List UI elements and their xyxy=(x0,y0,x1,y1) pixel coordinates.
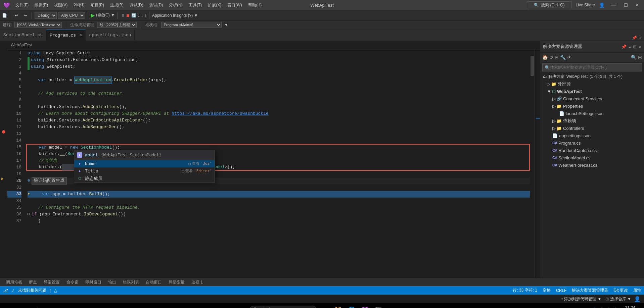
menu-file[interactable]: 文件(F) xyxy=(13,2,31,9)
continue-btn[interactable]: ▶ xyxy=(91,12,95,18)
tab-program[interactable]: Program.cs × xyxy=(46,30,86,41)
status-properties[interactable]: 属性 xyxy=(633,288,641,293)
se-sync-icon[interactable]: ↺ xyxy=(549,55,553,60)
close-btn[interactable]: × xyxy=(634,2,641,8)
tree-solution[interactable]: 🗂 解决方案 'WebApiTest' (1 个项目, 共 1 个) xyxy=(540,73,644,80)
pause-icon[interactable]: ⏸ xyxy=(121,13,125,18)
tree-connected-services[interactable]: ▷ 🔗 Connected Services xyxy=(540,95,644,102)
tree-program-cs[interactable]: C# Program.cs xyxy=(540,139,644,147)
tab-program-close[interactable]: × xyxy=(79,33,82,38)
tree-dependencies[interactable]: ▷ 📁 依赖项 xyxy=(540,117,644,124)
taskbar-explorer-icon[interactable]: 📁 xyxy=(333,305,343,308)
se-close-icon[interactable]: × xyxy=(639,44,641,49)
tree-sectionmodel[interactable]: C# SectionModel.cs xyxy=(540,154,644,161)
bottom-tab-immediate[interactable]: 即时窗口 xyxy=(82,279,105,286)
bottom-tab-autowindow[interactable]: 自动窗口 xyxy=(142,279,165,286)
se-home-icon[interactable]: 🏠 xyxy=(542,55,548,60)
se-props-icon[interactable]: 🔧 xyxy=(560,55,566,60)
clock-widget[interactable]: 11:04 2023/2/4 xyxy=(619,305,635,308)
editor-split-icon[interactable]: ⊞ xyxy=(639,36,641,41)
search-box-title[interactable]: 🔍 搜索 (Ctrl+Q) xyxy=(527,1,571,9)
thread-dropdown[interactable]: 线: [22952] 主线程 xyxy=(97,22,137,28)
se-search-box[interactable]: 🔍 xyxy=(542,63,642,71)
taskbar-view-btn[interactable]: ⊡ xyxy=(319,305,330,308)
tree-controllers[interactable]: ▷ 📁 Controllers xyxy=(540,124,644,132)
bottom-tab-breakpoints[interactable]: 断点 xyxy=(26,279,40,286)
se-collapse-icon[interactable]: ⊟ xyxy=(555,55,559,60)
se-sort-icon[interactable]: ⊞ xyxy=(638,55,642,60)
tree-launchsettings[interactable]: 📄 launchSettings.json xyxy=(540,110,644,117)
tree-randomcaptcha[interactable]: C# RandomCaptcha.cs xyxy=(540,147,644,154)
se-filter-icon[interactable]: ≡ xyxy=(629,44,631,49)
live-share-label[interactable]: Live Share xyxy=(576,3,595,7)
se-preview-icon[interactable]: 👁 xyxy=(567,55,572,60)
menu-extensions[interactable]: 扩展(X) xyxy=(205,2,224,9)
ac-item-name[interactable]: ◆ Name □ 查看 'Jos' xyxy=(74,160,215,167)
editor-scrollbar[interactable] xyxy=(530,49,535,278)
restart-icon[interactable]: 🔄 xyxy=(131,13,136,18)
editor-pin-icon[interactable]: 📌 xyxy=(632,36,637,41)
cpu-dropdown[interactable]: Any CPU xyxy=(58,12,85,19)
bottom-tab-locals[interactable]: 局部变量 xyxy=(165,279,188,286)
debug-mode-dropdown[interactable]: Debug xyxy=(35,12,57,19)
step-into-icon[interactable]: ↓ xyxy=(141,13,143,18)
taskbar-vs-icon[interactable]: 💜 xyxy=(360,305,370,308)
process-dropdown[interactable]: [9936] WebApiTest.exe xyxy=(14,22,62,28)
se-search-icon[interactable]: 🔍 xyxy=(631,55,637,60)
ac-item-static[interactable]: ⬡ 静态成员 xyxy=(74,175,215,182)
app-insights-label[interactable]: Application Insights (?) ▼ xyxy=(152,13,198,18)
taskbar-search-box[interactable]: 🔍 搜 索 xyxy=(249,306,317,308)
menu-view[interactable]: 视图(V) xyxy=(51,2,70,9)
tree-weatherforecast[interactable]: C# WeatherForecast.cs xyxy=(540,161,644,169)
add-to-source-control-btn[interactable]: ↑ 添加到源代码管理 ▼ xyxy=(561,296,602,302)
tree-properties[interactable]: ▷ 📁 Properties xyxy=(540,102,644,110)
weather-widget[interactable]: ☁ 18°C 多云 xyxy=(15,306,47,308)
user-login-icon[interactable]: 👤 xyxy=(634,296,641,302)
menu-bar[interactable]: 文件(F) 编辑(E) 视图(V) Git(G) 项目(P) 生成(B) 调试(… xyxy=(13,2,264,9)
bottom-tab-exceptions[interactable]: 异常设置 xyxy=(40,279,63,286)
tree-project[interactable]: ▼ ⬡ WebApiTest xyxy=(540,88,644,95)
se-menu-icon[interactable]: ⊞ xyxy=(633,44,637,49)
se-pin-icon[interactable]: 📌 xyxy=(621,44,627,49)
select-repository-btn[interactable]: ⊞ 选择合库 ▼ xyxy=(605,296,631,302)
menu-git[interactable]: Git(G) xyxy=(71,2,87,9)
scrollbar-thumb[interactable] xyxy=(531,56,534,76)
taskbar-chrome-icon[interactable]: 🌐 xyxy=(346,305,357,308)
undo-btn[interactable]: ↩ xyxy=(13,12,20,18)
tree-appsettings[interactable]: 📄 appsettings.json xyxy=(540,132,644,139)
menu-test[interactable]: 测试(D) xyxy=(147,2,166,9)
tab-appsettings[interactable]: appsettings.json xyxy=(86,30,135,41)
stop-icon[interactable]: ⏹ xyxy=(126,13,130,18)
ac-item-title[interactable]: ◆ Title □ 查看 'Editor' xyxy=(74,167,215,175)
tree-external-sources[interactable]: ▷ 📁 外部源 xyxy=(540,80,644,88)
se-search-input[interactable] xyxy=(550,65,640,70)
menu-analyze[interactable]: 分析(N) xyxy=(166,2,185,9)
step-over-icon[interactable]: ⤵ xyxy=(138,13,140,18)
stack-nav-icon[interactable]: ▼ xyxy=(224,22,228,27)
new-file-icon[interactable]: 📄 xyxy=(2,13,7,18)
minimize-btn[interactable]: — xyxy=(609,2,618,8)
stack-dropdown[interactable]: Program.<Main>$ xyxy=(161,22,222,28)
bottom-tab-callstack[interactable]: 调用堆栈 xyxy=(3,279,26,286)
menu-debug[interactable]: 调试(D) xyxy=(127,2,146,9)
status-sol-exp[interactable]: 解决方案资源管理器 xyxy=(572,288,608,293)
bottom-tab-command[interactable]: 命令窗 xyxy=(63,279,82,286)
taskbar-terminal-icon[interactable]: ⬛ xyxy=(373,305,384,308)
menu-tools[interactable]: 工具(T) xyxy=(186,2,204,9)
menu-build[interactable]: 生成(B) xyxy=(107,2,126,9)
menu-window[interactable]: 窗口(W) xyxy=(225,2,244,9)
breakpoint-dot[interactable] xyxy=(2,130,5,134)
status-git[interactable]: Git 更改 xyxy=(613,288,628,293)
bottom-tab-output[interactable]: 输出 xyxy=(105,279,120,286)
menu-project[interactable]: 项目(P) xyxy=(88,2,107,9)
continue-label[interactable]: 继续(C) ▼ xyxy=(96,12,115,18)
redo-btn[interactable]: ↪ xyxy=(21,12,29,18)
tab-sectionmodel[interactable]: SectionModel.cs xyxy=(0,30,46,41)
step-out-icon[interactable]: ↑ xyxy=(144,13,146,18)
bottom-tab-watch1[interactable]: 监视 1 xyxy=(188,279,206,286)
menu-edit[interactable]: 编辑(E) xyxy=(32,2,51,9)
bottom-tab-errors[interactable]: 错误列表 xyxy=(120,279,142,286)
start-button[interactable]: ⊞ xyxy=(3,305,13,308)
code-editor[interactable]: using Lazy.Captcha.Core; using Microsoft… xyxy=(24,49,530,278)
menu-help[interactable]: 帮助(H) xyxy=(245,2,265,9)
